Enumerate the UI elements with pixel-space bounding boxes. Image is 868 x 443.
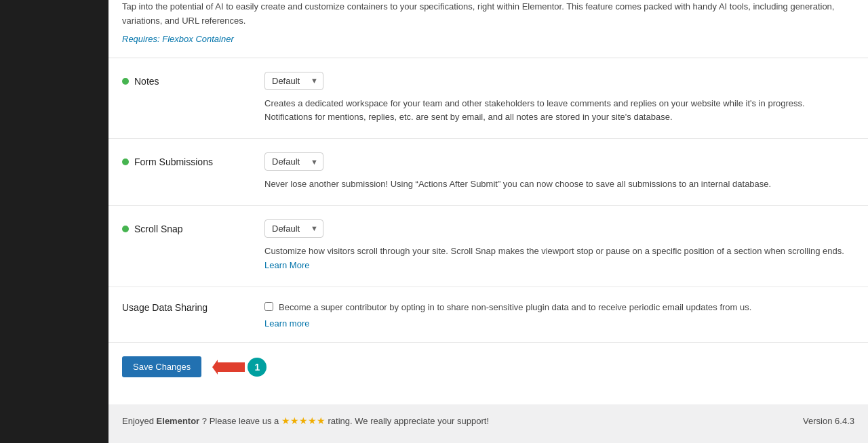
main-content: Tap into the potential of AI to easily c… <box>108 0 868 443</box>
top-desc-text: Tap into the potential of AI to easily c… <box>122 0 854 28</box>
form-submissions-select[interactable]: Default Active Inactive <box>264 152 323 171</box>
footer-enjoyed-text: Enjoyed <box>122 416 154 426</box>
notes-select-wrapper: Default Active Inactive ▼ <box>264 72 323 90</box>
svg-marker-0 <box>212 360 245 375</box>
scroll-snap-select[interactable]: Default Active Inactive <box>264 219 323 238</box>
notes-label: Notes <box>134 76 159 87</box>
scroll-snap-row: Scroll Snap Default Active Inactive ▼ Cu… <box>108 206 868 287</box>
usage-checkbox-row: Become a super contributor by opting in … <box>264 301 854 315</box>
footer-row: Enjoyed Elementor ? Please leave us a ★★… <box>108 404 868 437</box>
form-submissions-row: Form Submissions Default Active Inactive… <box>108 139 868 206</box>
scroll-snap-status-dot <box>122 226 129 232</box>
usage-label-col: Usage Data Sharing <box>122 301 264 313</box>
usage-data-checkbox[interactable] <box>264 302 273 311</box>
usage-label: Usage Data Sharing <box>122 302 208 313</box>
arrow-badge-container: 1 <box>212 358 267 377</box>
usage-checkbox-label: Become a super contributor by opting in … <box>279 301 751 315</box>
notes-label-col: Notes <box>122 72 264 87</box>
notes-select[interactable]: Default Active Inactive <box>264 72 323 90</box>
top-description: Tap into the potential of AI to easily c… <box>108 0 868 58</box>
footer-rating-text: rating. We really appreciate your suppor… <box>328 416 490 426</box>
notes-description: Creates a dedicated workspace for your t… <box>264 97 854 125</box>
form-submissions-status-dot <box>122 159 129 165</box>
footer-left: Enjoyed Elementor ? Please leave us a ★★… <box>122 415 489 426</box>
usage-learn-more-link[interactable]: Learn more <box>264 318 854 329</box>
save-row: Save Changes 1 <box>108 343 868 391</box>
usage-content: Become a super contributor by opting in … <box>264 301 854 329</box>
notes-content: Default Active Inactive ▼ Creates a dedi… <box>264 72 854 125</box>
arrow-right-icon <box>212 360 245 375</box>
scroll-snap-label-col: Scroll Snap <box>122 219 264 234</box>
content-inner: Tap into the potential of AI to easily c… <box>108 0 868 404</box>
usage-data-sharing-row: Usage Data Sharing Become a super contri… <box>108 287 868 343</box>
scroll-snap-label: Scroll Snap <box>134 224 183 234</box>
scroll-snap-learn-more-link[interactable]: Learn More <box>264 260 309 270</box>
badge-number: 1 <box>248 358 267 377</box>
form-submissions-label-col: Form Submissions <box>122 152 264 167</box>
form-submissions-description: Never lose another submission! Using “Ac… <box>264 177 854 192</box>
form-submissions-label: Form Submissions <box>134 156 213 167</box>
requires-flexbox-link[interactable]: Requires: Flexbox Container <box>122 34 234 44</box>
footer-version: Version 6.4.3 <box>803 416 854 426</box>
notes-status-dot <box>122 78 129 85</box>
form-submissions-select-wrapper: Default Active Inactive ▼ <box>264 152 323 171</box>
footer-after-brand: ? Please leave us a <box>202 416 279 426</box>
scroll-snap-description: Customize how visitors scroll through yo… <box>264 245 854 273</box>
form-submissions-content: Default Active Inactive ▼ Never lose ano… <box>264 152 854 192</box>
sidebar <box>0 0 108 443</box>
footer-stars: ★★★★★ <box>281 415 326 426</box>
footer-brand: Elementor <box>157 416 200 426</box>
scroll-snap-select-wrapper: Default Active Inactive ▼ <box>264 219 323 238</box>
notes-row: Notes Default Active Inactive ▼ Creates … <box>108 58 868 140</box>
save-changes-button[interactable]: Save Changes <box>122 356 201 377</box>
scroll-snap-content: Default Active Inactive ▼ Customize how … <box>264 219 854 273</box>
